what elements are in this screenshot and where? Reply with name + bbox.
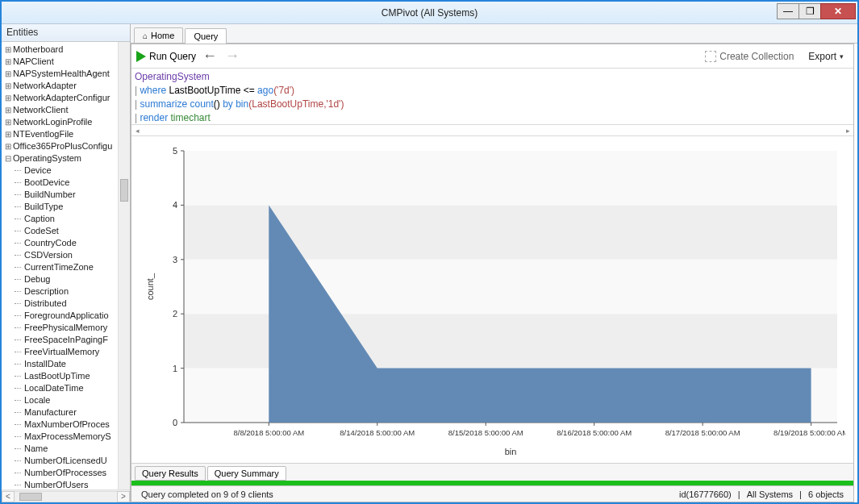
tree-node[interactable]: ⊞NetworkLoginProfile (3, 116, 130, 128)
query-editor[interactable]: OperatingSystem | where LastBootUpTime <… (131, 69, 853, 125)
nav-forward-button[interactable]: → (223, 48, 241, 65)
query-toolbar: Run Query ← → Create Collection Export (131, 44, 853, 69)
tree-leaf[interactable]: FreeSpaceInPagingF (3, 334, 130, 346)
editor-entity: OperatingSystem (135, 71, 210, 82)
tree-leaf[interactable]: LocalDateTime (3, 382, 130, 394)
app-window: CMPivot (All Systems) — ❐ ✕ Entities ⊞Mo… (0, 0, 859, 504)
svg-text:0: 0 (173, 418, 177, 427)
tree-leaf[interactable]: InstallDate (3, 358, 130, 370)
svg-text:8/19/2018 5:00:00 AM: 8/19/2018 5:00:00 AM (774, 428, 845, 437)
hscroll-right-arrow[interactable]: > (117, 491, 130, 502)
editor-hscroll-left[interactable]: ◂ (131, 125, 143, 135)
tree-leaf[interactable]: CodeSet (3, 225, 130, 237)
run-query-label: Run Query (149, 51, 196, 62)
tree-leaf[interactable]: CountryCode (3, 237, 130, 249)
tree-leaf[interactable]: Locale (3, 394, 130, 406)
tree-leaf[interactable]: NumberOfProcesses (3, 467, 130, 479)
run-query-button[interactable]: Run Query (136, 51, 196, 62)
status-objects: 6 objects (805, 489, 847, 499)
minimize-button[interactable]: — (777, 3, 799, 19)
tree-leaf[interactable]: Name (3, 443, 130, 455)
tree-leaf[interactable]: Description (3, 285, 130, 298)
create-collection-button[interactable]: Create Collection (700, 49, 799, 64)
tree-node[interactable]: ⊞Office365ProPlusConfigu (3, 140, 130, 152)
editor-hscroll[interactable]: ◂ ▸ (131, 125, 853, 136)
tree-node[interactable]: ⊞NAPClient (3, 56, 130, 68)
timechart: 0123458/8/2018 5:00:00 AM8/14/2018 5:00:… (140, 143, 845, 460)
tree-leaf[interactable]: FreeVirtualMemory (3, 346, 130, 358)
svg-text:8/16/2018 5:00:00 AM: 8/16/2018 5:00:00 AM (557, 428, 632, 437)
svg-text:8/8/2018 5:00:00 AM: 8/8/2018 5:00:00 AM (233, 428, 304, 437)
status-message: Query completed on 9 of 9 clients (138, 489, 277, 499)
nav-back-button[interactable]: ← (201, 48, 219, 65)
tab-query-summary[interactable]: Query Summary (207, 466, 286, 481)
tree-leaf[interactable]: FreePhysicalMemory (3, 322, 130, 334)
tree-leaf[interactable]: MaxProcessMemoryS (3, 431, 130, 443)
tree-leaf[interactable]: ForegroundApplicatio (3, 310, 130, 322)
titlebar: CMPivot (All Systems) — ❐ ✕ (2, 2, 857, 24)
tree-leaf[interactable]: Debug (3, 273, 130, 285)
tree-leaf[interactable]: Device (3, 165, 130, 177)
create-collection-label: Create Collection (719, 51, 794, 62)
tree-leaf[interactable]: BootDevice (3, 177, 130, 189)
tree-node[interactable]: ⊞NetworkAdapter (3, 80, 130, 92)
tree-node[interactable]: ⊞NetworkClient (3, 104, 130, 116)
tree-leaf[interactable]: BuildType (3, 201, 130, 213)
tree-hscroll[interactable]: < > (2, 489, 130, 502)
tree-node[interactable]: ⊞NAPSystemHealthAgent (3, 68, 130, 80)
svg-text:5: 5 (173, 146, 177, 156)
tree-leaf[interactable]: Manufacturer (3, 406, 130, 419)
tree-node[interactable]: ⊟OperatingSystem (3, 152, 130, 165)
status-bar: Query completed on 9 of 9 clients id(167… (131, 485, 853, 502)
tree-node[interactable]: ⊞NTEventlogFile (3, 128, 130, 140)
tree-leaf[interactable]: Caption (3, 213, 130, 225)
status-id: id(16777660) (676, 489, 735, 499)
export-label: Export (808, 51, 836, 62)
tree-leaf[interactable]: BuildNumber (3, 189, 130, 201)
svg-text:2: 2 (173, 309, 177, 319)
tree-leaf[interactable]: LastBootUpTime (3, 370, 130, 382)
svg-text:4: 4 (173, 200, 177, 210)
tab-home[interactable]: ⌂ Home (134, 27, 183, 43)
main-tabs: ⌂ Home Query (131, 24, 857, 44)
svg-text:8/15/2018 5:00:00 AM: 8/15/2018 5:00:00 AM (448, 428, 523, 437)
home-icon: ⌂ (143, 31, 148, 40)
tree-leaf[interactable]: NumberOfLicensedU (3, 455, 130, 467)
svg-rect-4 (184, 151, 837, 205)
tree-leaf[interactable]: Distributed (3, 298, 130, 310)
tree-leaf[interactable]: NumberOfUsers (3, 479, 130, 489)
entities-header: Entities (2, 24, 130, 42)
editor-hscroll-right[interactable]: ▸ (842, 125, 853, 135)
entities-tree[interactable]: ⊞Motherboard⊞NAPClient⊞NAPSystemHealthAg… (2, 42, 130, 489)
close-button[interactable]: ✕ (820, 3, 856, 19)
svg-text:8/17/2018 5:00:00 AM: 8/17/2018 5:00:00 AM (665, 428, 740, 437)
query-content: Run Query ← → Create Collection Export O… (131, 44, 854, 502)
tab-query-results[interactable]: Query Results (135, 466, 206, 481)
entities-tree-wrap: ⊞Motherboard⊞NAPClient⊞NAPSystemHealthAg… (2, 42, 130, 489)
tree-vscroll-thumb[interactable] (120, 179, 128, 202)
svg-text:3: 3 (173, 255, 177, 264)
export-button[interactable]: Export (803, 49, 849, 64)
main-panel: ⌂ Home Query Run Query ← → (131, 24, 857, 502)
tree-node[interactable]: ⊞NetworkAdapterConfigur (3, 92, 130, 104)
svg-text:bin: bin (505, 447, 517, 456)
window-controls: — ❐ ✕ (778, 3, 856, 19)
hscroll-track[interactable] (15, 491, 117, 502)
entities-panel: Entities ⊞Motherboard⊞NAPClient⊞NAPSyste… (2, 24, 131, 502)
tree-vscroll[interactable] (118, 42, 130, 489)
svg-text:1: 1 (173, 364, 177, 373)
hscroll-thumb[interactable] (19, 493, 42, 501)
tab-home-label: Home (151, 31, 174, 40)
tree-node[interactable]: ⊞Motherboard (3, 44, 130, 56)
maximize-button[interactable]: ❐ (799, 3, 821, 19)
tab-query-label: Query (194, 31, 218, 41)
svg-text:8/14/2018 5:00:00 AM: 8/14/2018 5:00:00 AM (340, 428, 415, 437)
tree-leaf[interactable]: CSDVersion (3, 249, 130, 261)
hscroll-left-arrow[interactable]: < (2, 491, 15, 502)
status-collection: All Systems (744, 489, 796, 499)
tab-query[interactable]: Query (185, 28, 227, 44)
window-body: Entities ⊞Motherboard⊞NAPClient⊞NAPSyste… (2, 24, 857, 502)
tree-leaf[interactable]: CurrentTimeZone (3, 261, 130, 273)
window-title: CMPivot (All Systems) (2, 7, 857, 19)
tree-leaf[interactable]: MaxNumberOfProces (3, 419, 130, 431)
